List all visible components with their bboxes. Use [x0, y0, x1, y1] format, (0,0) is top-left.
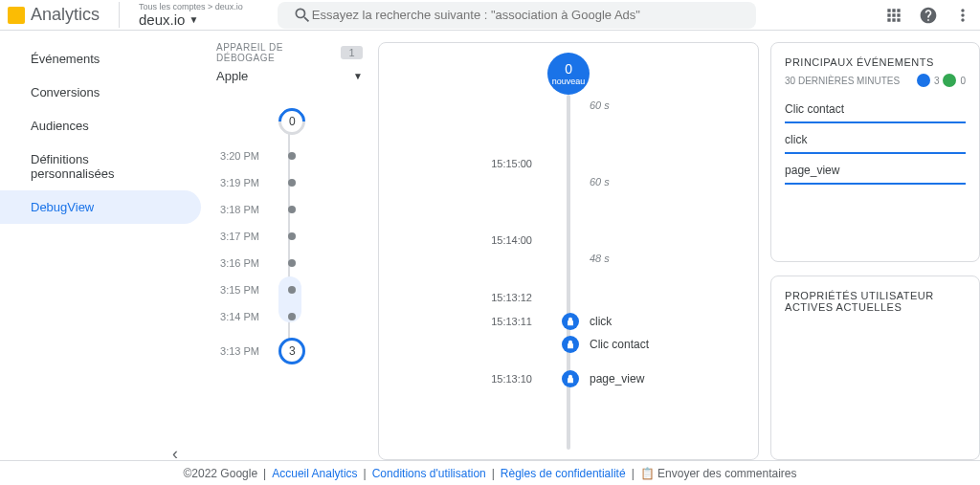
- sidebar-item-audiences[interactable]: Audiences: [0, 109, 201, 143]
- caret-down-icon: ▼: [189, 14, 198, 25]
- account-path: Tous les comptes > deux.io: [139, 2, 243, 11]
- event-label: page_view: [590, 372, 644, 386]
- top-events-subtitle: 30 DERNIÈRES MINUTES 3 0: [785, 74, 966, 87]
- minute-row[interactable]: 3:18 PM: [216, 204, 363, 215]
- event-label: click: [590, 315, 612, 328]
- feedback-link[interactable]: 📋 Envoyer des commentaires: [640, 467, 797, 480]
- minute-head-bubble[interactable]: 0: [273, 102, 311, 141]
- minute-time: 3:14 PM: [216, 311, 259, 322]
- device-count-badge: 1: [341, 46, 363, 59]
- minute-dot: [288, 286, 296, 294]
- top-events-card: PRINCIPAUX ÉVÉNEMENTS 30 DERNIÈRES MINUT…: [770, 42, 980, 262]
- top-events-title: PRINCIPAUX ÉVÉNEMENTS: [785, 56, 966, 68]
- conversion-icon: [943, 74, 956, 87]
- sidebar-item-définitions-personnalisées[interactable]: Définitions personnalisées: [0, 143, 201, 190]
- user-properties-card: PROPRIÉTÉS UTILISATEUR ACTIVES ACTUELLES: [770, 276, 980, 460]
- logo-text: Analytics: [31, 5, 100, 25]
- more-vert-icon[interactable]: [953, 6, 972, 25]
- sec-time-label: 15:14:00: [379, 234, 551, 246]
- top-event-item[interactable]: click: [785, 127, 966, 154]
- sec-time-label: 15:13:12: [379, 292, 551, 303]
- analytics-icon: [8, 7, 25, 24]
- debug-device-label: APPAREIL DE DÉBOGAGE 1: [216, 42, 363, 63]
- account-name: deux.io ▼: [139, 11, 243, 28]
- user-props-title: PROPRIÉTÉS UTILISATEUR ACTIVES ACTUELLES: [785, 290, 966, 313]
- sec-time-label: 15:13:10: [379, 373, 551, 385]
- search-input[interactable]: [312, 8, 741, 22]
- minute-row[interactable]: 3:13 PM3: [216, 338, 363, 364]
- minute-time: 3:20 PM: [216, 150, 259, 162]
- minute-time: 3:15 PM: [216, 284, 259, 296]
- seconds-row[interactable]: 15:13:10page_view: [379, 373, 758, 385]
- minute-dot: [288, 313, 296, 320]
- seconds-row: 15:14:00: [379, 234, 758, 246]
- minute-row[interactable]: 3:20 PM: [216, 150, 363, 162]
- collapse-sidebar-button[interactable]: ‹: [172, 444, 178, 464]
- device-selector[interactable]: Apple▼: [216, 69, 363, 89]
- seconds-stream-card: 0 nouveau 60 s15:15:0060 s15:14:0048 s15…: [378, 42, 759, 460]
- minute-row[interactable]: 3:16 PM: [216, 257, 363, 269]
- top-event-item[interactable]: page_view: [785, 158, 966, 185]
- minutes-timeline: APPAREIL DE DÉBOGAGE 1 Apple▼ 03:20 PM3:…: [201, 31, 378, 460]
- event-icon: [562, 370, 579, 387]
- minute-time: 3:18 PM: [216, 204, 259, 215]
- minute-dot: [288, 152, 296, 160]
- analytics-logo[interactable]: Analytics: [8, 5, 119, 25]
- event-label: Clic contact: [590, 338, 649, 351]
- minute-time: 3:16 PM: [216, 257, 259, 269]
- minute-row[interactable]: 3:14 PM: [216, 311, 363, 322]
- seconds-row[interactable]: 15:13:11click: [379, 316, 758, 327]
- sidebar-item-conversions[interactable]: Conversions: [0, 76, 201, 109]
- seconds-row: 15:13:12: [379, 292, 758, 303]
- sec-time-label: 15:13:11: [379, 316, 551, 327]
- minute-time: 3:17 PM: [216, 231, 259, 242]
- event-icon: [562, 336, 579, 353]
- sidebar-item-événements[interactable]: Événements: [0, 42, 201, 76]
- apps-icon[interactable]: [884, 6, 903, 25]
- help-icon[interactable]: [919, 6, 938, 25]
- caret-down-icon: ▼: [353, 71, 363, 81]
- event-icon: [562, 313, 579, 330]
- footer-link-privacy[interactable]: Règles de confidentialité: [501, 467, 626, 480]
- footer-link-terms[interactable]: Conditions d'utilisation: [372, 467, 486, 480]
- search-bar[interactable]: [278, 2, 756, 29]
- sec-time-label: 15:15:00: [379, 158, 551, 169]
- user-event-icon: [917, 74, 930, 87]
- top-event-item[interactable]: Clic contact: [785, 97, 966, 123]
- footer-link-home[interactable]: Accueil Analytics: [272, 467, 357, 480]
- minute-time: 3:13 PM: [216, 345, 259, 357]
- minute-dot: [288, 206, 296, 213]
- sec-duration-label: 48 s: [590, 253, 610, 264]
- account-selector[interactable]: Tous les comptes > deux.io deux.io ▼: [119, 2, 262, 28]
- minute-dot: [288, 179, 296, 187]
- copyright: ©2022 Google: [184, 467, 258, 480]
- sidebar: ÉvénementsConversionsAudiencesDéfinition…: [0, 31, 201, 460]
- search-icon: [293, 6, 312, 25]
- minute-row[interactable]: 3:17 PM: [216, 231, 363, 242]
- minute-count-bubble[interactable]: 3: [273, 332, 311, 370]
- minute-dot: [288, 259, 296, 267]
- seconds-row: 15:15:00: [379, 158, 758, 169]
- minute-dot: [288, 232, 296, 240]
- minute-time: 3:19 PM: [216, 177, 259, 188]
- minute-row[interactable]: 3:19 PM: [216, 177, 363, 188]
- sec-duration-label: 60 s: [590, 176, 610, 187]
- minute-row[interactable]: 3:15 PM: [216, 284, 363, 296]
- seconds-head-bubble: 0 nouveau: [547, 53, 590, 95]
- sidebar-item-debugview[interactable]: DebugView: [0, 190, 201, 224]
- sec-duration-label: 60 s: [590, 99, 610, 111]
- footer: ‹ ©2022 Google | Accueil Analytics | Con…: [0, 460, 980, 485]
